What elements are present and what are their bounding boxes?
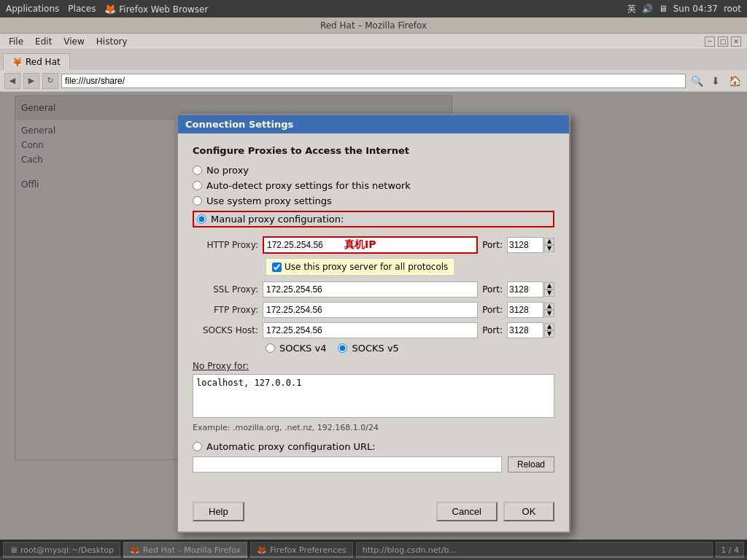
http-proxy-label: HTTP Proxy: [193,240,258,250]
ssl-proxy-row: SSL Proxy: Port: ▲ ▼ [193,281,554,298]
home-icon[interactable]: 🏠 [727,73,743,89]
tab-bar: 🦊 Red Hat [0,50,747,70]
http-port-wrap: ▲ ▼ [507,237,554,253]
url-bar[interactable] [61,74,686,88]
auto-proxy-option[interactable]: Automatic proxy configuration URL: [193,441,554,452]
ftp-proxy-row: FTP Proxy: Port: ▲ ▼ [193,302,554,318]
ssl-proxy-input[interactable] [263,281,478,298]
socks-v5-option[interactable]: SOCKS v5 [338,343,398,354]
ftp-port-down-button[interactable]: ▼ [544,310,554,317]
reload-button[interactable]: Reload [508,456,554,472]
address-bar: ◀ ▶ ↻ 🔍 ⬇ 🏠 [0,70,747,92]
ftp-proxy-label: FTP Proxy: [193,305,258,315]
ssl-port-down-button[interactable]: ▼ [544,289,554,297]
no-proxy-radio[interactable] [193,166,202,175]
socks-port-spinner: ▲ ▼ [544,323,554,338]
view-menu[interactable]: View [58,35,90,48]
help-button[interactable]: Help [193,502,244,521]
port-up-button[interactable]: ▲ [544,238,554,245]
edit-menu[interactable]: Edit [29,35,58,48]
download-icon[interactable]: ⬇ [708,73,724,89]
use-system-radio[interactable] [193,196,202,206]
places-menu[interactable]: Places [68,4,96,14]
dialog-title: Connection Settings [185,119,293,130]
http-port-spinner: ▲ ▼ [544,238,554,252]
auto-proxy-radio[interactable] [193,442,202,451]
ssl-port-wrap: ▲ ▼ [507,281,554,298]
ssl-port-label: Port: [482,284,503,295]
audio-icon: 🔊 [642,4,653,14]
socks-v4-option[interactable]: SOCKS v4 [266,343,326,354]
auto-detect-radio[interactable] [193,181,202,190]
socks-port-wrap: ▲ ▼ [507,322,554,338]
menubar: File Edit View History [0,34,747,50]
firefox-window: Red Hat – Mozilla Firefox ─ □ ✕ File Edi… [0,18,747,560]
reload-button[interactable]: ↻ [42,73,58,89]
firefox-title: Red Hat – Mozilla Firefox [320,20,427,31]
http-proxy-input-container: 真机IP [263,236,478,254]
firefox-titlebar: Red Hat – Mozilla Firefox [0,18,747,34]
ftp-port-wrap: ▲ ▼ [507,302,554,318]
socks-host-label: SOCKS Host: [193,325,258,335]
http-proxy-input[interactable] [267,240,340,250]
use-proxy-checkbox[interactable] [272,262,282,272]
socks-host-row: SOCKS Host: Port: ▲ ▼ [193,322,554,338]
http-port-label: Port: [482,240,503,250]
use-proxy-label: Use this proxy server for all protocols [285,262,448,272]
ftp-port-spinner: ▲ ▼ [544,303,554,317]
ssl-port-input[interactable] [507,281,543,298]
ftp-port-up-button[interactable]: ▲ [544,303,554,310]
applications-menu[interactable]: Applications [6,4,59,14]
modal-overlay: Connection Settings Configure Proxies to… [0,92,747,556]
window-controls: ─ □ ✕ [705,36,741,47]
auto-proxy-url-input[interactable] [193,456,502,472]
user-label: root [724,4,741,14]
use-system-option[interactable]: Use system proxy settings [193,195,554,206]
firefox-app-icon[interactable]: 🦊 Firefox Web Browser [104,4,208,15]
socks-version-row: SOCKS v4 SOCKS v5 [266,343,554,354]
use-proxy-tooltip: Use this proxy server for all protocols [266,258,454,276]
tab-redhat[interactable]: 🦊 Red Hat [3,53,70,70]
socks-v4-radio[interactable] [266,343,275,353]
cancel-button[interactable]: Cancel [436,502,498,521]
port-down-button[interactable]: ▼ [544,245,554,252]
browser-content: General General Conn Cach Offli Connecti… [0,92,747,556]
ok-button[interactable]: OK [503,502,554,521]
ftp-proxy-input[interactable] [263,302,478,318]
http-port-input[interactable] [507,237,543,253]
manual-proxy-option: Manual proxy configuration: [193,211,554,228]
ssl-port-spinner: ▲ ▼ [544,282,554,297]
minimize-button[interactable]: ─ [705,36,715,47]
auto-detect-option[interactable]: Auto-detect proxy settings for this netw… [193,180,554,191]
socks-host-input[interactable] [263,322,478,338]
search-icon[interactable]: 🔍 [689,73,705,89]
system-bar: Applications Places 🦊 Firefox Web Browse… [0,0,747,18]
back-button[interactable]: ◀ [4,73,20,89]
tab-label: Red Hat [26,57,61,67]
chinese-ip-label: 真机IP [344,238,376,252]
dialog-buttons: Help Cancel OK [178,496,569,532]
socks-port-down-button[interactable]: ▼ [544,330,554,338]
socks-v5-radio[interactable] [338,343,347,353]
manual-proxy-radio[interactable] [197,214,206,224]
no-proxy-option[interactable]: No proxy [193,165,554,176]
clock: Sun 04:37 [673,4,718,14]
ssl-proxy-label: SSL Proxy: [193,284,258,295]
close-button[interactable]: ✕ [731,36,741,47]
no-proxy-textarea[interactable]: localhost, 127.0.0.1 [193,374,554,418]
ssl-port-up-button[interactable]: ▲ [544,282,554,289]
file-menu[interactable]: File [3,35,29,48]
forward-button[interactable]: ▶ [23,73,39,89]
proxy-radio-group: No proxy Auto-detect proxy settings for … [193,165,554,228]
connection-settings-dialog: Connection Settings Configure Proxies to… [177,114,570,533]
socks-port-up-button[interactable]: ▲ [544,323,554,330]
example-text: Example: .mozilla.org, .net.nz, 192.168.… [193,423,554,432]
ftp-port-input[interactable] [507,302,543,318]
socks-port-input[interactable] [507,322,543,338]
no-proxy-label: No Proxy for: [193,361,554,371]
language-indicator: 英 [627,3,636,15]
no-proxy-section: No Proxy for: localhost, 127.0.0.1 Examp… [193,361,554,432]
auto-proxy-section: Automatic proxy configuration URL: Reloa… [193,441,554,472]
maximize-button[interactable]: □ [718,36,728,47]
history-menu[interactable]: History [90,35,133,48]
